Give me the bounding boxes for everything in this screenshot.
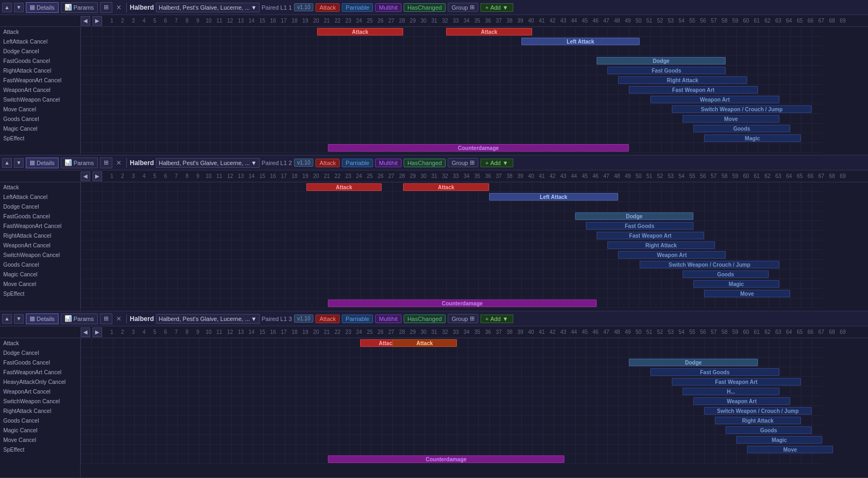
timeline-area[interactable]: AttackAttackLeft AttackDodgeFast GoodsFa… — [81, 182, 868, 311]
nav-left-button[interactable]: ◀ — [81, 172, 90, 181]
add-button[interactable]: + Add ▼ — [480, 159, 513, 167]
timeline-bar[interactable]: Weapon Art — [618, 251, 726, 259]
timeline-bar[interactable]: Magic — [693, 280, 779, 288]
group-button[interactable]: Group ⊞ — [448, 3, 478, 12]
timeline-bar[interactable]: Fast Goods — [586, 222, 693, 230]
timeline-row: Switch Weapon / Crouch / Jump — [81, 260, 822, 269]
frame-number: 57 — [708, 18, 719, 24]
add-button[interactable]: + Add ▼ — [480, 315, 513, 323]
timeline-bar[interactable]: Right Attack — [618, 76, 747, 84]
weapon-dropdown[interactable]: Halberd, Pest's Glaive, Lucerne, ... ▼ — [156, 3, 260, 12]
timeline-bar[interactable]: Dodge — [597, 57, 726, 65]
timeline-bar[interactable]: Fast Goods — [607, 67, 726, 74]
frame-number: 12 — [225, 329, 235, 335]
close-button[interactable]: ✕ — [114, 315, 123, 323]
params-tab[interactable]: 📊 Params — [61, 313, 98, 324]
details-tab[interactable]: ▦ Details — [26, 2, 59, 13]
collapse-down-button[interactable]: ▼ — [14, 3, 24, 12]
timeline-bar[interactable]: Fast Weapon Art — [597, 232, 704, 239]
badge-haschanged[interactable]: HasChanged — [404, 159, 446, 167]
timeline-bar[interactable]: Switch Weapon / Crouch / Jump — [672, 105, 812, 113]
timeline-bar[interactable]: Magic — [736, 436, 822, 444]
timeline-bar[interactable]: Switch Weapon / Crouch / Jump — [640, 261, 779, 268]
timeline-bar[interactable]: Right Attack — [607, 241, 715, 249]
badge-attack[interactable]: Attack — [315, 315, 340, 323]
params-tab[interactable]: 📊 Params — [61, 2, 98, 13]
timeline-bar[interactable]: Fast Goods — [650, 368, 779, 376]
timeline-bar[interactable]: Fast Weapon Art — [629, 86, 758, 94]
timeline-area[interactable]: AttackAttackDodgeFast GoodsFast Weapon A… — [81, 338, 868, 477]
timeline-bar[interactable]: Attack — [403, 183, 489, 191]
timeline-bar[interactable]: Dodge — [629, 359, 758, 366]
badge-multihit[interactable]: Multihit — [375, 159, 401, 167]
badge-multihit[interactable]: Multihit — [375, 3, 401, 12]
add-button[interactable]: + Add ▼ — [480, 3, 513, 12]
params-tab[interactable]: 📊 Params — [61, 158, 98, 168]
nav-left-button[interactable]: ◀ — [81, 16, 90, 26]
nav-right-button[interactable]: ▶ — [92, 172, 102, 181]
timeline-bar[interactable]: Move — [683, 115, 779, 123]
expand-button[interactable]: ⊞ — [100, 158, 112, 168]
row-label: Attack — [0, 338, 80, 348]
timeline-bar[interactable]: Counterdamage — [328, 455, 564, 463]
badge-multihit[interactable]: Multihit — [375, 315, 401, 323]
timeline-bar[interactable]: Weapon Art — [650, 96, 779, 103]
close-button[interactable]: ✕ — [114, 159, 123, 167]
group-button[interactable]: Group ⊞ — [448, 314, 478, 323]
badge-parriable[interactable]: Parriable — [342, 159, 373, 167]
timeline-bar[interactable]: Weapon Art — [693, 397, 790, 405]
weapon-dropdown[interactable]: Halberd, Pest's Glaive, Lucerne, ... ▼ — [156, 314, 260, 324]
badge-parriable[interactable]: Parriable — [342, 3, 373, 12]
close-button[interactable]: ✕ — [114, 4, 123, 11]
nav-left-button[interactable]: ◀ — [81, 327, 90, 337]
details-tab[interactable]: ▦ Details — [26, 158, 59, 168]
timeline-bar[interactable]: Move — [704, 290, 790, 297]
badge-attack[interactable]: Attack — [315, 3, 340, 12]
frame-number: 18 — [289, 329, 300, 335]
frame-number: 23 — [343, 329, 354, 335]
timeline-bar[interactable]: Fast Weapon Art — [672, 378, 801, 386]
timeline-area[interactable]: AttackAttackLeft AttackDodgeFast GoodsRi… — [81, 27, 868, 155]
frame-number: 60 — [741, 173, 751, 179]
timeline-bar[interactable]: Attack — [392, 339, 457, 347]
details-tab[interactable]: ▦ Details — [26, 313, 59, 324]
timeline-bar[interactable]: Right Attack — [715, 417, 801, 424]
collapse-down-button[interactable]: ▼ — [14, 314, 24, 324]
row-label: SwitchWeapon Cancel — [0, 396, 80, 406]
frame-number: 17 — [278, 329, 289, 335]
collapse-down-button[interactable]: ▼ — [14, 158, 24, 168]
timeline-bar[interactable]: Goods — [683, 270, 769, 278]
timeline-bar[interactable]: H... — [683, 388, 779, 395]
timeline-bar[interactable]: Dodge — [575, 212, 693, 220]
frame-number: 3 — [128, 173, 139, 179]
timeline-bar[interactable]: Left Attack — [489, 193, 618, 201]
frame-number: 44 — [569, 329, 579, 335]
timeline-bar[interactable]: Attack — [446, 28, 532, 35]
timeline-bar[interactable]: Counterdamage — [328, 299, 597, 307]
timeline-bar[interactable]: Move — [747, 446, 833, 453]
badge-parriable[interactable]: Parriable — [342, 315, 373, 323]
timeline-bar[interactable]: Attack — [306, 183, 382, 191]
collapse-up-button[interactable]: ▲ — [2, 3, 12, 12]
collapse-up-button[interactable]: ▲ — [2, 158, 12, 168]
weapon-dropdown[interactable]: Halberd, Pest's Glaive, Lucerne, ... ▼ — [156, 158, 260, 168]
badge-attack[interactable]: Attack — [315, 159, 340, 167]
timeline-bar[interactable]: Magic — [704, 134, 801, 142]
timeline-bar[interactable]: Switch Weapon / Crouch / Jump — [704, 407, 812, 415]
badge-haschanged[interactable]: HasChanged — [404, 315, 446, 323]
badge-haschanged[interactable]: HasChanged — [404, 3, 446, 12]
timeline-bar[interactable]: Goods — [693, 125, 790, 132]
timeline-bar[interactable]: Goods — [726, 426, 812, 434]
expand-button[interactable]: ⊞ — [100, 313, 112, 324]
expand-button[interactable]: ⊞ — [100, 2, 112, 13]
group-button[interactable]: Group ⊞ — [448, 158, 478, 167]
nav-right-button[interactable]: ▶ — [92, 16, 102, 26]
timeline-bar[interactable]: Attack — [317, 28, 403, 35]
timeline-bar[interactable]: Counterdamage — [328, 144, 629, 152]
row-label: FastWeaponArt Cancel — [0, 221, 80, 231]
row-label: Goods Cancel — [0, 260, 80, 269]
collapse-up-button[interactable]: ▲ — [2, 314, 12, 324]
frame-number: 13 — [235, 173, 246, 179]
timeline-bar[interactable]: Left Attack — [521, 38, 640, 45]
nav-right-button[interactable]: ▶ — [92, 327, 102, 337]
